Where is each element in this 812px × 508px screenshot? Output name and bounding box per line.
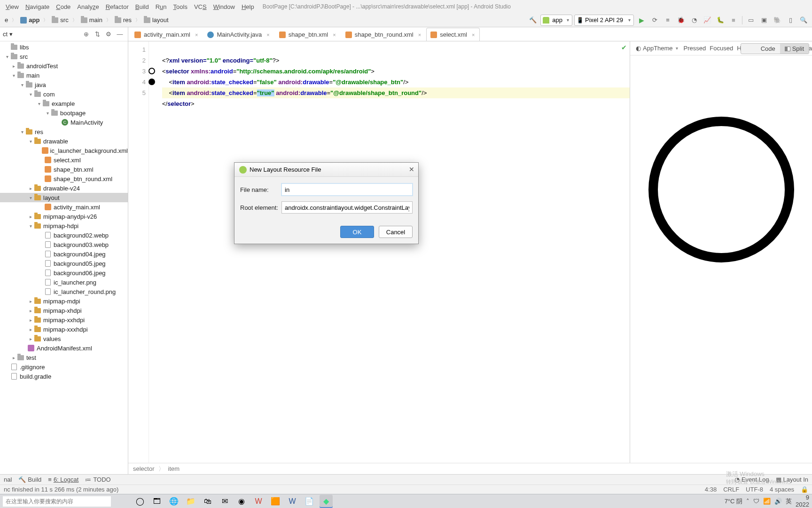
- view-code-button[interactable]: Code: [741, 44, 780, 54]
- coverage-icon[interactable]: ◔: [688, 15, 700, 26]
- run-button[interactable]: ▶: [636, 15, 647, 26]
- task-taskview-icon[interactable]: 🗔: [150, 495, 164, 508]
- tray-weather[interactable]: 7°C 阴: [725, 497, 742, 506]
- toolwindow-eventlog[interactable]: ◔ Event Log: [734, 476, 769, 483]
- toolwindow-build[interactable]: 🔨 Build: [18, 476, 41, 483]
- menu-help[interactable]: Help: [239, 2, 257, 11]
- status-readonly-icon[interactable]: 🔒: [801, 486, 808, 493]
- menu-analyze[interactable]: Analyze: [74, 2, 102, 11]
- task-edge-icon[interactable]: 🌐: [167, 495, 180, 508]
- folder-icon: [52, 17, 58, 23]
- menu-build[interactable]: Build: [133, 2, 152, 11]
- device-manager-icon[interactable]: ▯: [785, 15, 796, 26]
- android-icon: [543, 17, 549, 24]
- task-notepad-icon[interactable]: 📄: [303, 495, 316, 508]
- task-mail-icon[interactable]: ✉: [218, 495, 231, 508]
- state-pressed[interactable]: Pressed: [684, 45, 706, 52]
- folder-icon: [81, 17, 87, 23]
- task-app-icon[interactable]: 🟧: [269, 495, 282, 508]
- editor-tab-bar[interactable]: activity_main.xml× MainActivity.java× sh…: [128, 27, 812, 41]
- inspection-ok-icon: ✔: [621, 42, 627, 53]
- apply-changes-icon[interactable]: ⟳: [649, 15, 660, 26]
- tray-chevron-up-icon[interactable]: ˄: [746, 498, 750, 505]
- settings-icon[interactable]: ⚙: [103, 29, 114, 40]
- task-store-icon[interactable]: 🛍: [201, 495, 214, 508]
- attach-debugger-icon[interactable]: 🐛: [715, 15, 726, 26]
- taskbar-search-input[interactable]: [3, 496, 111, 507]
- close-icon[interactable]: ×: [418, 32, 421, 38]
- debug-icon[interactable]: ≡: [662, 15, 673, 26]
- bug-icon[interactable]: 🐞: [675, 15, 687, 26]
- status-indent[interactable]: 4 spaces: [770, 486, 794, 493]
- project-dropdown[interactable]: ct ▾: [3, 31, 13, 38]
- tab-shape-btn-round[interactable]: shape_btn_round.xml×: [341, 28, 426, 41]
- code-editor[interactable]: 1 2 3 4 5 ✔<?xml version="1.0" encoding=…: [128, 41, 630, 463]
- locate-icon[interactable]: ⊕: [81, 29, 91, 40]
- structure-breadcrumb[interactable]: selector〉item: [128, 463, 812, 474]
- breadcrumb[interactable]: e〉 app〉 src〉 main〉 res〉 layout: [3, 16, 171, 24]
- tree-node-layout: ▾layout: [0, 193, 128, 202]
- task-android-studio-icon[interactable]: ◆: [320, 495, 333, 508]
- drawable-preview-panel: ◐ AppTheme Pressed Focused Hovered Selec…: [630, 41, 812, 463]
- menu-refactor[interactable]: Refactor: [103, 2, 132, 11]
- module-icon: [20, 17, 27, 24]
- drawable-preview-circle: [648, 117, 794, 262]
- task-explorer-icon[interactable]: 📁: [184, 495, 197, 508]
- close-icon[interactable]: ×: [195, 32, 198, 38]
- tray-security-icon[interactable]: 🛡: [753, 498, 759, 505]
- view-split-button[interactable]: Split: [780, 44, 809, 54]
- toolwindow-todo[interactable]: ≔ TODO: [85, 476, 110, 483]
- status-caret-position: 4:38: [705, 486, 717, 493]
- menu-vcs[interactable]: VCS: [191, 2, 210, 11]
- state-focused[interactable]: Focused: [710, 45, 733, 52]
- menu-window[interactable]: Window: [211, 2, 238, 11]
- toolwindow-terminal[interactable]: nal: [4, 476, 12, 483]
- project-tree[interactable]: libs ▾src ▸androidTest ▾main ▾java ▾com …: [0, 41, 128, 474]
- line-gutter: 1 2 3 4 5: [128, 41, 149, 463]
- close-icon[interactable]: ×: [266, 32, 269, 38]
- stop-icon[interactable]: ■: [728, 15, 739, 26]
- tab-select[interactable]: select.xml×: [426, 28, 480, 41]
- search-everywhere-icon[interactable]: 🔍: [798, 15, 809, 26]
- toolwindow-layout-inspector[interactable]: ▦ Layout In: [776, 476, 809, 483]
- window-title: BootPage [C:\androidPJ\BootPage] - ...\a…: [263, 3, 511, 10]
- tab-shape-btn[interactable]: shape_btn.xml×: [275, 28, 341, 41]
- menu-view[interactable]: View: [3, 2, 22, 11]
- device-combo[interactable]: Pixel 2 API 29: [574, 15, 634, 26]
- project-panel[interactable]: ct ▾ ⊕ ⇅ ⚙ — libs ▾src ▸androidTest ▾mai…: [0, 27, 128, 474]
- folder-icon: [115, 17, 121, 23]
- toolwindow-logcat[interactable]: ≡ 6: Logcat: [48, 476, 78, 483]
- tab-activity-main[interactable]: activity_main.xml×: [130, 28, 203, 41]
- tray-network-icon[interactable]: 📶: [763, 498, 771, 505]
- editor-view-switch[interactable]: Code Split: [741, 43, 809, 54]
- task-cortana-icon[interactable]: ◯: [133, 495, 147, 508]
- tray-clock[interactable]: 92022: [796, 494, 809, 508]
- menu-tools[interactable]: Tools: [171, 2, 190, 11]
- hide-panel-icon[interactable]: —: [115, 29, 125, 40]
- tray-volume-icon[interactable]: 🔊: [774, 498, 782, 505]
- menu-navigate[interactable]: Navigate: [23, 2, 52, 11]
- tray-ime[interactable]: 英: [786, 497, 792, 506]
- close-icon[interactable]: ×: [333, 32, 336, 38]
- close-icon[interactable]: ×: [472, 32, 475, 38]
- folder-icon: [144, 17, 150, 23]
- task-word-icon[interactable]: W: [286, 495, 299, 508]
- build-hammer-icon[interactable]: 🔨: [527, 15, 539, 26]
- menu-run[interactable]: Run: [153, 2, 170, 11]
- run-config-combo[interactable]: app: [540, 15, 572, 26]
- main-menu[interactable]: View Navigate Code Analyze Refactor Buil…: [3, 2, 257, 11]
- status-encoding[interactable]: UTF-8: [746, 486, 763, 493]
- task-chrome-icon[interactable]: ◉: [235, 495, 248, 508]
- theme-combo[interactable]: ◐ AppTheme: [634, 44, 680, 53]
- collapse-icon[interactable]: ⇅: [92, 29, 102, 40]
- menu-code[interactable]: Code: [53, 2, 73, 11]
- tab-mainactivity[interactable]: MainActivity.java×: [203, 28, 274, 41]
- status-message: nc finished in 11 s 266 ms (2 minutes ag…: [4, 486, 118, 493]
- sdk-manager-icon[interactable]: ▣: [758, 15, 770, 26]
- task-wps-icon[interactable]: W: [252, 495, 265, 508]
- avd-manager-icon[interactable]: ▭: [745, 15, 757, 26]
- profiler-icon[interactable]: 📈: [702, 15, 713, 26]
- status-line-separator[interactable]: CRLF: [723, 486, 739, 493]
- sync-gradle-icon[interactable]: 🐘: [772, 15, 783, 26]
- windows-taskbar[interactable]: ◯ 🗔 🌐 📁 🛍 ✉ ◉ W 🟧 W 📄 ◆ 7°C 阴 ˄ 🛡 📶 🔊 英 …: [0, 494, 812, 508]
